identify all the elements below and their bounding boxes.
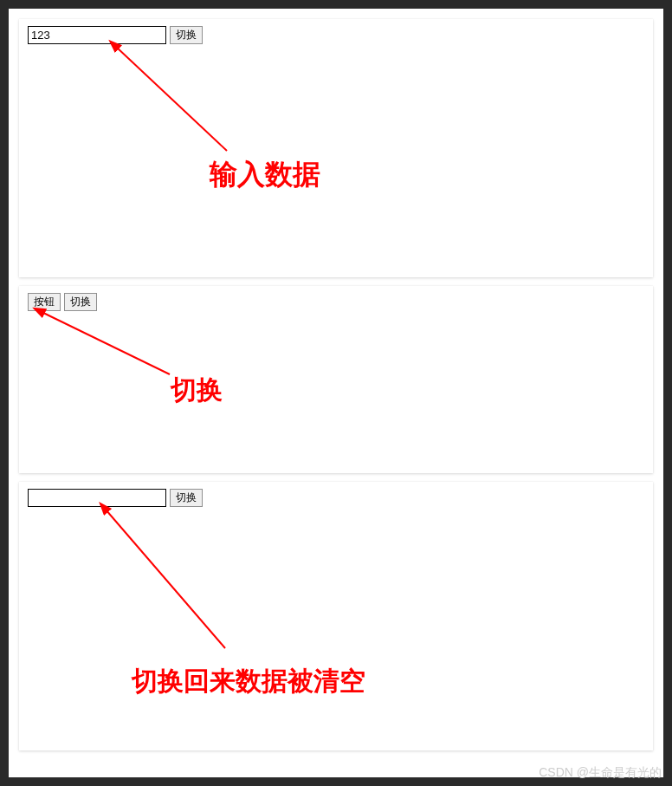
screenshot-container: 切换 输入数据 按钮 切换 切换 切换 [9,9,663,777]
svg-line-1 [42,312,170,374]
panel-cleared: 切换 切换回来数据被清空 [19,482,653,750]
panel-input-data: 切换 输入数据 [19,19,653,277]
panel-toggle: 按钮 切换 切换 [19,286,653,473]
toggle-button[interactable]: 切换 [170,489,203,507]
action-button[interactable]: 按钮 [28,293,61,311]
annotation-label: 输入数据 [210,156,320,194]
data-input[interactable] [28,489,166,507]
toggle-button[interactable]: 切换 [64,293,97,311]
data-input[interactable] [28,26,166,44]
toggle-button[interactable]: 切换 [170,26,203,44]
annotation-label: 切换回来数据被清空 [132,664,365,699]
arrow-icon [106,38,244,159]
arrow-icon [31,305,178,383]
watermark-text: CSDN @生命是有光的 [539,765,662,781]
svg-line-2 [106,510,225,648]
arrow-icon [95,501,242,657]
annotation-label: 切换 [171,373,223,408]
svg-line-0 [116,47,227,151]
